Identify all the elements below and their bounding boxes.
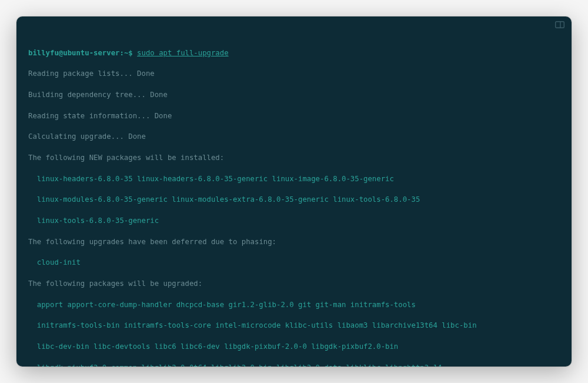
section-header: The following packages will be upgraded: [28,279,560,289]
split-panes-icon[interactable] [555,21,564,28]
package-line: cloud-init [28,258,560,268]
package-line: linux-headers-6.8.0-35 linux-headers-6.8… [28,174,560,185]
package-line: initramfs-tools-bin initramfs-tools-core… [28,321,560,331]
output-line: Calculating upgrade... Done [28,132,560,142]
package-line: libgdk-pixbuf2.0-common libglib2.0-0t64 … [28,363,560,367]
output-line: Building dependency tree... Done [28,90,560,101]
package-line: libc-dev-bin libc-devtools libc6 libc6-d… [28,342,560,352]
package-line: linux-tools-6.8.0-35-generic [28,216,560,227]
section-header: The following NEW packages will be insta… [28,153,560,164]
output-line: Reading state information... Done [28,111,560,122]
svg-rect-0 [556,22,564,28]
section-header: The following upgrades have been deferre… [28,237,560,248]
output-line: Reading package lists... Done [28,69,560,79]
terminal-output[interactable]: billyfu@ubuntu-server:~$ sudo apt full-u… [16,33,572,367]
shell-prompt: billyfu@ubuntu-server:~$ [28,49,133,57]
shell-command: sudo apt full-upgrade [137,49,228,57]
package-line: apport apport-core-dump-handler dhcpcd-b… [28,300,560,311]
package-line: linux-modules-6.8.0-35-generic linux-mod… [28,195,560,205]
terminal-titlebar [16,16,572,33]
terminal-window: billyfu@ubuntu-server:~$ sudo apt full-u… [16,16,572,367]
